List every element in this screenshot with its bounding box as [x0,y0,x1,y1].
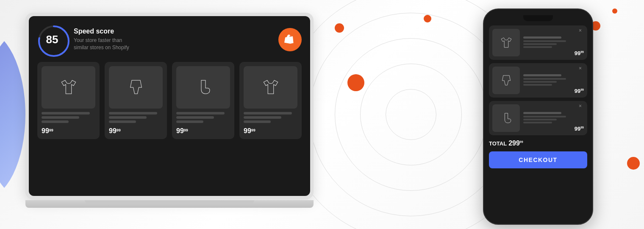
cart-item-price-2: 9999 [575,88,584,94]
product-line-3 [176,120,203,123]
cart-item-desc-3c [523,122,552,123]
speed-circle: 85 [37,25,67,54]
product-line-2 [176,116,214,119]
total-label: TOTAL [489,140,507,147]
product-line-2 [109,116,147,119]
dot-2 [347,74,364,91]
product-line-2 [244,116,281,119]
cart-item-desc-2a [523,78,566,80]
cart-item-info-3 [523,112,571,125]
cart-item-info-1 [523,36,571,49]
dot-6 [627,157,640,170]
cart-item-desc-3a [523,116,566,117]
cart-item-title-1 [523,36,561,39]
cart-item-desc-2c [523,84,552,86]
dot-1 [335,23,344,33]
cart-item-img-2 [492,67,520,94]
product-icon-pants [109,66,163,109]
dot-3 [424,15,431,22]
dot-5 [612,8,617,14]
cart-item-title-3 [523,112,561,114]
product-price-3: 9999 [176,127,230,135]
laptop-foot [85,200,254,204]
cart-item-desc-1a [523,40,566,42]
product-card-2: 9999 [105,62,167,139]
product-card-3: 9999 [172,62,234,139]
cart-item-1: 9999 × [489,25,587,60]
cart-list: 9999 × 9999 [489,25,587,135]
product-icon-tshirt [42,66,95,109]
product-line-1 [42,112,90,114]
cart-total: TOTAL 29999 [489,140,587,147]
laptop-screen: 85 Speed score Your store faster thansim… [29,16,310,196]
product-icon-tshirt2 [244,66,297,109]
cart-item-info-2 [523,74,571,87]
product-card-1: 9999 [37,62,100,139]
cart-item-close-1[interactable]: × [579,28,585,34]
product-line-1 [109,112,157,114]
cart-item-title-2 [523,74,561,76]
speed-text: Speed score Your store faster thansimila… [74,28,278,51]
speed-subtitle: Your store faster thansimilar stores on … [74,37,278,51]
product-price-4: 9999 [244,127,297,135]
speed-number: 85 [46,33,58,46]
laptop-screen-outer: 85 Speed score Your store faster thansim… [25,13,314,199]
product-line-1 [176,112,225,114]
laptop-container: 85 Speed score Your store faster thansim… [25,13,326,221]
speed-score-section: 85 Speed score Your store faster thansim… [37,25,302,54]
cart-item-desc-1c [523,46,552,48]
product-icon-sock [176,66,230,109]
cart-item-img-1 [492,29,520,56]
product-line-3 [42,120,69,123]
product-line-3 [109,120,136,123]
cart-item-close-2[interactable]: × [579,66,585,72]
product-grid: 9999 9999 [37,62,302,139]
cart-item-img-3 [492,104,520,132]
cart-item-3: 9999 × [489,101,587,135]
cart-item-desc-2b [523,81,557,83]
product-line-3 [244,120,271,123]
product-card-4: 9999 [239,62,302,139]
cart-item-desc-1b [523,43,557,45]
checkout-button[interactable]: CHECKOUT [489,151,587,168]
phone-body: 9999 × 9999 [483,8,593,225]
laptop-base [25,200,314,208]
cart-item-price-1: 9999 [575,50,584,56]
cart-item-2: 9999 × [489,63,587,98]
speed-title: Speed score [74,28,278,35]
total-amount: 29999 [508,140,523,147]
shopify-logo [278,28,302,51]
cart-item-close-3[interactable]: × [579,103,585,109]
cart-item-price-3: 9999 [575,126,584,132]
product-line-2 [42,116,79,119]
phone-container: 9999 × 9999 [483,8,593,225]
product-price-2: 9999 [109,127,163,135]
product-price-1: 9999 [42,127,95,135]
phone-notch [523,15,553,21]
cart-item-desc-3b [523,119,557,120]
product-line-1 [244,112,292,114]
